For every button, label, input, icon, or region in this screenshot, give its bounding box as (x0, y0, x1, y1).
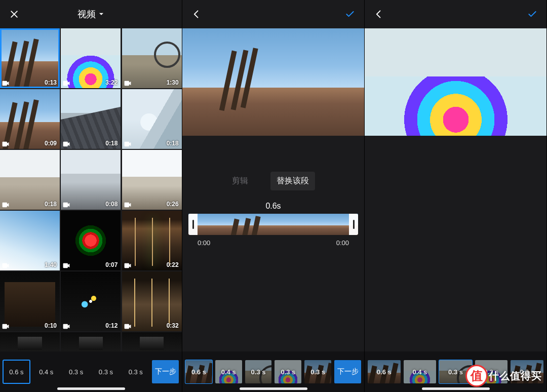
close-icon[interactable] (7, 7, 21, 21)
timeline-chip[interactable]: 0.3 s (245, 360, 272, 383)
next-button[interactable]: 下一步 (152, 360, 179, 383)
video-thumb[interactable]: 0:08 (61, 150, 121, 210)
video-icon (63, 141, 70, 147)
timeline-chip[interactable]: 0.3 s (122, 360, 149, 383)
video-icon (124, 81, 131, 86)
timeline-chip[interactable]: 0.4 s (404, 360, 437, 383)
timeline-chip[interactable]: 0.4 s (33, 360, 60, 383)
video-thumb[interactable]: 0:09 (0, 89, 60, 149)
empty-space (365, 136, 546, 351)
back-icon[interactable] (372, 7, 386, 21)
timeline-chip[interactable]: 0.3 s (304, 360, 331, 383)
scrub-start-time: 0:00 (198, 239, 210, 247)
thumb-duration: 0:32 (167, 322, 179, 329)
timeline-chip[interactable]: 0.3 s (275, 360, 301, 383)
tab-trim[interactable]: 剪辑 (232, 176, 248, 186)
scrub-end-time: 0:00 (336, 239, 349, 247)
timeline-strip: 0.6 s0.4 s0.3 s0.3 s0.3 s下一步 (0, 351, 182, 392)
thumb-duration: 1:30 (167, 79, 179, 86)
thumb-duration: 0:12 (105, 322, 118, 329)
watermark: 值 什么值得买 (465, 365, 542, 387)
preview-frame[interactable] (365, 28, 547, 136)
video-icon (124, 324, 131, 329)
watermark-text: 什么值得买 (489, 369, 542, 383)
thumb-duration: 0:18 (105, 140, 118, 147)
video-icon (2, 263, 9, 268)
thumb-duration: 0:08 (105, 201, 118, 208)
scrub-handle-left[interactable] (188, 214, 198, 235)
video-thumb[interactable]: 0:22 (122, 211, 182, 270)
gallery-title-text: 视频 (77, 8, 96, 20)
timeline-chip[interactable]: 0.3 s (92, 360, 119, 383)
timeline-chip[interactable]: 0.4 s (215, 360, 242, 383)
next-button[interactable]: 下一步 (334, 360, 361, 383)
thumb-duration: 0:09 (45, 140, 57, 147)
thumb-duration: 0:13 (45, 79, 57, 86)
video-icon (124, 141, 131, 147)
pane-gallery: 视频 0:13 3:22 1:30 0:09 0:18 0:18 0:18 0:… (0, 0, 182, 392)
thumb-partial[interactable] (0, 332, 60, 351)
trim-topbar (182, 0, 364, 28)
video-thumb[interactable]: 0:10 (0, 271, 60, 331)
thumb-duration: 0:18 (167, 140, 179, 147)
video-icon (124, 202, 131, 208)
thumb-duration: 0:10 (45, 322, 57, 329)
home-indicator (240, 387, 307, 390)
video-thumb[interactable]: 1:40 (0, 211, 60, 270)
home-indicator (422, 387, 490, 390)
pane-replace: 0.6 s0.4 s0.3 s0.3 s0.3 s (365, 0, 547, 392)
trim-body: 剪辑 替换该段 0.6s 0:00 0:00 (182, 136, 364, 351)
video-thumb[interactable]: 3:22 (61, 28, 121, 88)
video-thumb[interactable]: 1:30 (122, 28, 182, 88)
thumb-duration: 0:18 (45, 201, 57, 208)
video-icon (2, 141, 9, 147)
gallery-title[interactable]: 视频 (77, 8, 105, 20)
gallery-topbar: 视频 (0, 0, 182, 28)
video-icon (63, 263, 70, 268)
chevron-down-icon (98, 11, 105, 18)
preview-frame[interactable] (182, 28, 365, 136)
confirm-icon[interactable] (343, 7, 357, 21)
watermark-badge: 值 (465, 365, 488, 387)
video-icon (63, 202, 70, 208)
video-icon (63, 81, 70, 86)
video-thumb[interactable]: 0:18 (0, 150, 60, 210)
thumb-partial[interactable] (122, 332, 182, 351)
pane-trim: 剪辑 替换该段 0.6s 0:00 0:00 (182, 0, 365, 392)
gallery-grid[interactable]: 0:13 3:22 1:30 0:09 0:18 0:18 0:18 0:08 … (0, 28, 182, 351)
thumb-duration: 1:40 (45, 261, 57, 268)
video-icon (2, 202, 9, 208)
trim-tabs: 剪辑 替换该段 (182, 167, 364, 194)
scrub-handle-right[interactable] (349, 214, 358, 235)
video-icon (63, 324, 70, 329)
thumb-duration: 3:22 (105, 79, 118, 86)
video-icon (2, 81, 9, 86)
confirm-icon[interactable] (525, 7, 539, 21)
back-icon[interactable] (189, 7, 204, 21)
thumb-duration: 0:26 (167, 201, 179, 208)
timeline-chip[interactable]: 0.6 s (185, 360, 212, 383)
video-thumb[interactable]: 0:12 (61, 271, 121, 331)
timeline-chip[interactable]: 0.6 s (3, 360, 30, 383)
video-thumb[interactable]: 0:26 (122, 150, 182, 210)
thumb-duration: 0:22 (167, 261, 179, 268)
scrubber[interactable]: 0:00 0:00 (182, 214, 364, 247)
timeline-chip[interactable]: 0.3 s (63, 360, 90, 383)
thumb-partial[interactable] (61, 332, 121, 351)
video-thumb[interactable]: 0:32 (122, 271, 182, 331)
tab-replace[interactable]: 替换该段 (270, 172, 315, 190)
home-indicator (57, 387, 125, 390)
video-thumb[interactable]: 0:18 (61, 89, 121, 149)
replace-topbar (365, 0, 546, 28)
video-thumb[interactable]: 0:18 (122, 89, 182, 149)
video-thumb[interactable]: 0:07 (61, 211, 121, 270)
thumb-duration: 0:07 (105, 261, 118, 268)
clip-duration-label: 0.6s (182, 202, 364, 211)
video-thumb[interactable]: 0:13 (0, 28, 60, 88)
video-icon (2, 324, 9, 329)
timeline-strip: 0.6 s0.4 s0.3 s0.3 s0.3 s下一步 (182, 351, 364, 392)
timeline-chip[interactable]: 0.6 s (368, 360, 401, 383)
video-icon (124, 263, 131, 268)
